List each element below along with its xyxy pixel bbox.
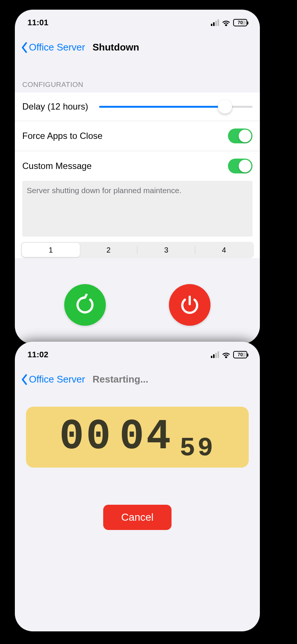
- delay-label: Delay (12 hours): [22, 101, 88, 112]
- battery-pct: 70: [238, 352, 242, 357]
- restart-icon: [74, 294, 96, 316]
- countdown-minutes: 04: [120, 416, 173, 459]
- screen-restarting-countdown: 11:02 70 Office Server Restarting... 00 …: [15, 342, 260, 631]
- page-title: Shutdown: [92, 42, 139, 53]
- battery-icon: 70: [233, 19, 247, 26]
- countdown-hours: 00: [59, 416, 113, 459]
- back-button[interactable]: Office Server: [21, 374, 85, 385]
- page-title: Restarting...: [92, 374, 148, 385]
- status-time: 11:01: [27, 18, 48, 27]
- wifi-icon: [222, 351, 231, 358]
- segment-1[interactable]: 1: [22, 243, 80, 257]
- wifi-icon: [222, 19, 231, 26]
- nav-bar: Office Server Restarting...: [15, 362, 260, 392]
- section-header-configuration: CONFIGURATION: [15, 60, 260, 92]
- countdown-display: 00 04 59: [26, 407, 249, 468]
- slider-thumb[interactable]: [218, 100, 232, 114]
- status-time: 11:02: [27, 350, 48, 360]
- restart-button[interactable]: [64, 284, 106, 326]
- segment-2[interactable]: 2: [80, 243, 138, 257]
- nav-bar: Office Server Shutdown: [15, 30, 260, 60]
- countdown-area: 00 04 59 Cancel: [15, 392, 260, 530]
- custom-message-toggle[interactable]: [228, 159, 252, 173]
- force-close-label: Force Apps to Close: [22, 131, 102, 141]
- segment-3[interactable]: 3: [137, 243, 195, 257]
- battery-icon: 70: [233, 351, 247, 358]
- shutdown-button[interactable]: [169, 284, 210, 326]
- cellular-icon: [211, 19, 219, 26]
- chevron-left-icon: [21, 42, 27, 53]
- status-indicators: 70: [211, 19, 247, 26]
- delay-slider[interactable]: [99, 100, 252, 113]
- status-bar: 11:02 70: [15, 342, 260, 362]
- segment-4[interactable]: 4: [195, 243, 253, 257]
- status-bar: 11:01 70: [15, 10, 260, 30]
- screen-shutdown-config: 11:01 70 Office Server Shutdown CONFIGUR…: [15, 10, 260, 344]
- config-list: Delay (12 hours) Force Apps to Close Cus…: [15, 92, 260, 258]
- row-delay: Delay (12 hours): [15, 92, 260, 121]
- back-button[interactable]: Office Server: [21, 42, 85, 53]
- power-icon: [179, 294, 201, 316]
- action-buttons: [15, 266, 260, 344]
- battery-pct: 70: [238, 20, 242, 25]
- back-label: Office Server: [29, 42, 85, 53]
- countdown-seconds: 59: [180, 436, 215, 468]
- cancel-button[interactable]: Cancel: [103, 505, 171, 530]
- force-close-toggle[interactable]: [228, 129, 252, 143]
- back-label: Office Server: [29, 374, 85, 385]
- status-indicators: 70: [211, 351, 247, 358]
- cellular-icon: [211, 351, 219, 358]
- row-force-close: Force Apps to Close: [15, 121, 260, 151]
- preset-segmented-control[interactable]: 1 2 3 4: [21, 242, 254, 258]
- custom-message-label: Custom Message: [22, 161, 92, 171]
- custom-message-textarea[interactable]: Server shutting down for planned mainten…: [22, 181, 252, 237]
- row-custom-message: Custom Message: [15, 151, 260, 181]
- chevron-left-icon: [21, 374, 27, 385]
